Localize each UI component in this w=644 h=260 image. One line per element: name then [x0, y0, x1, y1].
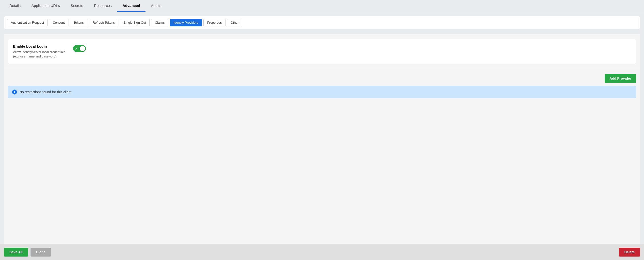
subtab-refresh-tokens[interactable]: Refresh Tokens	[89, 19, 118, 26]
enable-local-login-toggle-wrapper[interactable]: ✓	[73, 45, 86, 52]
clone-button[interactable]: Clone	[30, 248, 51, 256]
add-provider-row: Add Provider	[8, 74, 636, 83]
tab-advanced[interactable]: Advanced	[117, 0, 146, 12]
sub-tabs: Authentication Request Consent Tokens Re…	[4, 16, 640, 29]
toggle-thumb	[80, 46, 85, 51]
top-nav: Details Application URLs Secrets Resourc…	[0, 0, 644, 12]
subtab-authentication-request[interactable]: Authentication Request	[7, 19, 48, 26]
delete-button[interactable]: Delete	[619, 248, 640, 256]
subtab-claims[interactable]: Claims	[151, 19, 168, 26]
toggle-track: ✓	[73, 45, 86, 52]
subtab-tokens[interactable]: Tokens	[70, 19, 88, 26]
subtab-properties[interactable]: Properties	[203, 19, 225, 26]
info-banner: i No restrictions found for this client	[8, 86, 636, 98]
tab-secrets[interactable]: Secrets	[65, 0, 88, 12]
subtab-single-sign-out[interactable]: Single Sign-Out	[120, 19, 150, 26]
tab-resources[interactable]: Resources	[88, 0, 117, 12]
info-banner-message: No restrictions found for this client	[20, 90, 72, 94]
subtab-consent[interactable]: Consent	[49, 19, 68, 26]
footer-right: Delete	[619, 248, 640, 256]
toggle-check-icon: ✓	[75, 47, 78, 51]
enable-local-login-description: Allow IdentityServer local credentials (…	[13, 50, 67, 59]
enable-local-login-toggle[interactable]: ✓	[73, 45, 86, 52]
subtab-identity-providers[interactable]: Identity Providers	[170, 19, 202, 26]
main-content: Authentication Request Consent Tokens Re…	[0, 12, 644, 244]
enable-local-login-text: Enable Local Login Allow IdentityServer …	[13, 44, 67, 59]
info-icon: i	[12, 89, 17, 94]
add-provider-button[interactable]: Add Provider	[604, 74, 636, 83]
tab-application-urls[interactable]: Application URLs	[26, 0, 65, 12]
tab-details[interactable]: Details	[4, 0, 26, 12]
subtab-other[interactable]: Other	[227, 19, 242, 26]
footer: Save All Clone Delete	[0, 244, 644, 260]
enable-local-login-title: Enable Local Login	[13, 44, 67, 48]
save-all-button[interactable]: Save All	[4, 248, 28, 256]
enable-local-login-section: Enable Local Login Allow IdentityServer …	[8, 39, 636, 64]
tab-audits[interactable]: Audits	[146, 0, 167, 12]
page-body: Enable Local Login Allow IdentityServer …	[4, 34, 640, 244]
